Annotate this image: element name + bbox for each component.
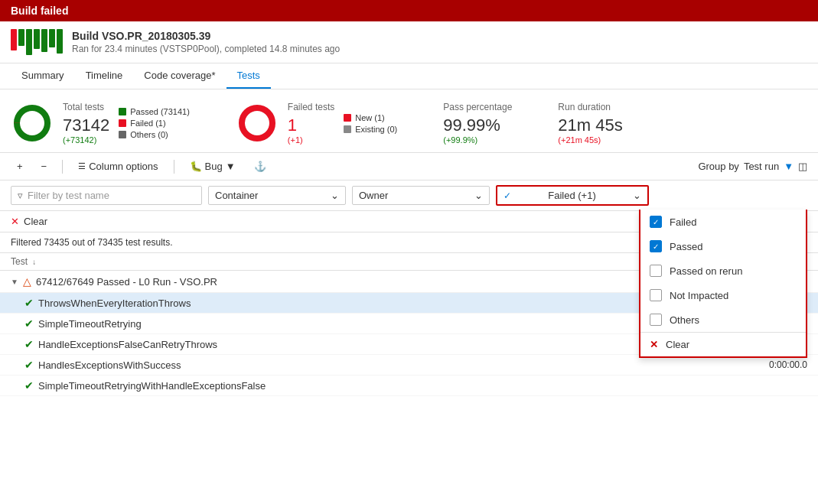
total-tests-info: Total tests 73142 (+73142) xyxy=(63,102,109,145)
run-duration-value: 21m 45s xyxy=(558,115,622,135)
test-name-placeholder: Filter by test name xyxy=(28,190,109,201)
container-label: Container xyxy=(215,190,258,201)
test-row[interactable]: ✔ SimpleTimeoutRetryingWithHandleExcepti… xyxy=(0,376,818,396)
group-by-value: Test run xyxy=(744,161,779,172)
failed-tests-donut xyxy=(236,102,279,145)
build-name: Build VSO.PR_20180305.39 xyxy=(72,30,340,42)
total-tests-donut xyxy=(11,102,54,145)
expand-button[interactable]: + xyxy=(11,158,29,175)
clear-x-icon: ✕ xyxy=(11,216,19,227)
bug-button[interactable]: 🐛 Bug ▼ xyxy=(184,158,242,175)
checkbox-passed-on-rerun[interactable] xyxy=(650,265,662,277)
test-row[interactable]: ✔ HandlesExceptionsWithSuccess 0:00:00.0 xyxy=(0,355,818,376)
nav-tabs: Summary Timeline Code coverage* Tests xyxy=(0,63,818,89)
dropdown-item-passed-on-rerun[interactable]: Passed on rerun xyxy=(640,259,806,283)
build-status-title: Build failed xyxy=(11,5,68,17)
dropdown-item-others[interactable]: Others xyxy=(640,307,806,332)
run-duration-info: Run duration 21m 45s (+21m 45s) xyxy=(558,102,622,145)
test-name: ThrowsWhenEveryIterationThrows xyxy=(38,298,726,309)
failed-tests-value: 1 xyxy=(288,115,334,135)
dropdown-item-passed[interactable]: ✓ Passed xyxy=(640,234,806,259)
legend-others: Others (0) xyxy=(119,130,190,139)
checkbox-not-impacted[interactable] xyxy=(650,289,662,301)
checkbox-passed[interactable]: ✓ xyxy=(650,240,662,252)
failed-tests-delta: (+1) xyxy=(288,135,334,145)
checkbox-others[interactable] xyxy=(650,314,662,326)
legend-dot-passed xyxy=(119,108,126,115)
group-by-label: Group by xyxy=(698,161,738,172)
test-name: HandleExceptionsFalseCanRetryThrows xyxy=(38,339,726,350)
test-name-filter[interactable]: ▿ Filter by test name xyxy=(11,186,202,205)
failed-tests-label: Failed tests xyxy=(288,102,334,112)
clear-label[interactable]: Clear xyxy=(24,216,47,227)
pass-percentage-delta: (+99.9%) xyxy=(443,135,512,145)
total-tests-value: 73142 xyxy=(63,115,109,135)
dropdown-item-failed[interactable]: ✓ Failed xyxy=(640,210,806,234)
build-history-icon xyxy=(11,29,63,55)
legend-dot-failed xyxy=(119,119,126,127)
status-dropdown-panel: ✓ Failed ✓ Passed Passed on rerun Not Im… xyxy=(639,210,807,358)
collapse-button[interactable]: − xyxy=(35,158,54,175)
group-by-container: Group by Test run ▼ ◫ xyxy=(698,161,807,172)
pass-percentage-block: Pass percentage 99.99% (+99.9%) xyxy=(443,102,512,145)
owner-filter[interactable]: Owner ⌄ xyxy=(352,186,490,205)
layout-icon[interactable]: ◫ xyxy=(798,161,807,172)
failed-label: Failed xyxy=(670,216,696,228)
test-name: SimpleTimeoutRetryingWithHandleException… xyxy=(38,380,726,392)
tab-tests[interactable]: Tests xyxy=(226,63,271,89)
pass-percentage-value: 99.99% xyxy=(443,115,512,135)
tab-timeline[interactable]: Timeline xyxy=(75,63,134,89)
pass-icon: ✔ xyxy=(24,297,34,309)
column-options-icon: ☰ xyxy=(78,161,86,171)
toolbar-separator-1 xyxy=(62,160,63,174)
checkbox-failed[interactable]: ✓ xyxy=(650,216,662,228)
legend-passed: Passed (73141) xyxy=(119,107,190,116)
build-subtitle: Ran for 23.4 minutes (VSTSP0Pool), compl… xyxy=(72,44,340,54)
pass-icon: ✔ xyxy=(24,338,34,350)
run-duration-delta: (+21m 45s) xyxy=(558,135,622,145)
group-chevron: ▼ xyxy=(11,278,18,286)
filters-row: ▿ Filter by test name Container ⌄ Owner … xyxy=(0,180,818,211)
column-options-button[interactable]: ☰ Column options xyxy=(72,158,164,175)
total-tests-label: Total tests xyxy=(63,102,109,112)
failed-tests-info: Failed tests 1 (+1) xyxy=(288,102,334,145)
warning-icon: △ xyxy=(23,275,31,288)
status-label: Failed (+1) xyxy=(548,190,596,201)
failed-tests-block: Failed tests 1 (+1) New (1) Existing (0) xyxy=(236,102,397,145)
clear-x-icon: ✕ xyxy=(650,339,658,350)
total-tests-delta: (+73142) xyxy=(63,135,109,145)
pass-percentage-label: Pass percentage xyxy=(443,102,512,112)
filter-icon[interactable]: ▼ xyxy=(784,161,794,172)
build-failed-header: Build failed xyxy=(0,0,818,21)
passed-on-rerun-label: Passed on rerun xyxy=(670,265,742,277)
not-impacted-label: Not Impacted xyxy=(670,290,728,301)
svg-point-4 xyxy=(242,108,272,138)
sort-icon: ↓ xyxy=(32,258,36,266)
bug-icon: 🐛 xyxy=(190,161,202,172)
dropdown-clear-label: Clear xyxy=(666,339,689,350)
pass-icon: ✔ xyxy=(24,379,34,392)
toolbar: + − ☰ Column options 🐛 Bug ▼ ⚓ Group by … xyxy=(0,153,818,180)
legend-existing: Existing (0) xyxy=(344,125,397,134)
results-info-text: Filtered 73435 out of 73435 test results… xyxy=(11,237,172,248)
run-duration-block: Run duration 21m 45s (+21m 45s) xyxy=(558,102,622,145)
total-tests-block: Total tests 73142 (+73142) Passed (73141… xyxy=(11,102,190,145)
others-label: Others xyxy=(670,314,699,326)
owner-chevron: ⌄ xyxy=(474,190,483,201)
stats-section: Total tests 73142 (+73142) Passed (73141… xyxy=(0,89,818,153)
legend-dot-others xyxy=(119,131,126,138)
failed-tests-legend: New (1) Existing (0) xyxy=(344,113,397,134)
filter-icon-search: ▿ xyxy=(18,190,23,201)
legend-new: New (1) xyxy=(344,113,397,122)
dropdown-clear[interactable]: ✕ Clear xyxy=(640,332,806,356)
total-tests-legend: Passed (73141) Failed (1) Others (0) xyxy=(119,107,190,139)
link-button[interactable]: ⚓ xyxy=(248,158,272,175)
legend-failed: Failed (1) xyxy=(119,119,190,128)
tab-coverage[interactable]: Code coverage* xyxy=(133,63,226,89)
passed-label: Passed xyxy=(670,241,702,252)
dropdown-item-not-impacted[interactable]: Not Impacted xyxy=(640,283,806,307)
status-filter[interactable]: ✓ Failed (+1) ⌄ xyxy=(496,185,649,206)
container-filter[interactable]: Container ⌄ xyxy=(208,186,346,205)
toolbar-separator-2 xyxy=(174,160,174,174)
tab-summary[interactable]: Summary xyxy=(11,63,75,89)
